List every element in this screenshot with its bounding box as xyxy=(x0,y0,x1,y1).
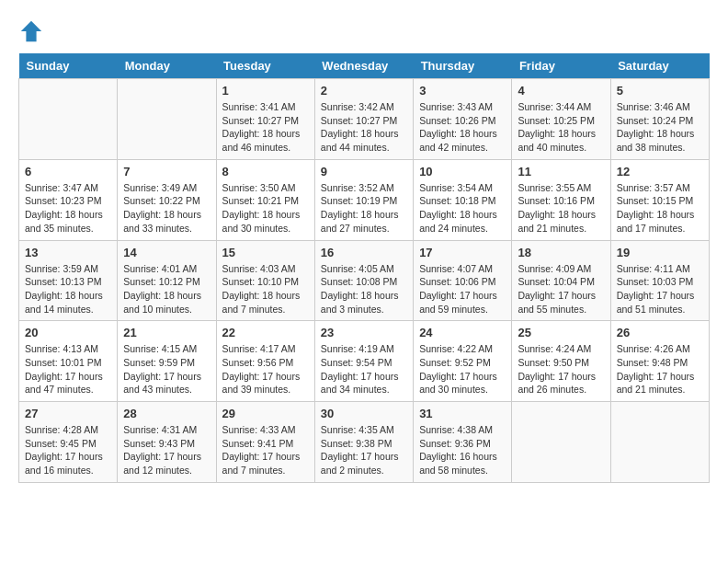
day-info: Sunrise: 3:42 AM Sunset: 10:27 PM Daylig… xyxy=(321,100,407,155)
calendar-cell xyxy=(19,79,118,160)
calendar-cell: 5Sunrise: 3:46 AM Sunset: 10:24 PM Dayli… xyxy=(610,79,709,160)
day-number: 16 xyxy=(321,246,407,259)
day-number: 3 xyxy=(419,84,506,98)
calendar-cell xyxy=(118,79,216,160)
calendar-cell: 30Sunrise: 4:35 AM Sunset: 9:38 PM Dayli… xyxy=(314,402,413,483)
page-header xyxy=(18,18,710,44)
header-day: Friday xyxy=(512,53,610,79)
calendar-row: 13Sunrise: 3:59 AM Sunset: 10:13 PM Dayl… xyxy=(19,240,710,321)
day-number: 4 xyxy=(518,84,604,98)
day-info: Sunrise: 3:50 AM Sunset: 10:21 PM Daylig… xyxy=(222,181,309,236)
day-info: Sunrise: 4:17 AM Sunset: 9:56 PM Dayligh… xyxy=(222,342,309,396)
calendar-cell: 17Sunrise: 4:07 AM Sunset: 10:06 PM Dayl… xyxy=(414,240,512,321)
calendar-cell: 15Sunrise: 4:03 AM Sunset: 10:10 PM Dayl… xyxy=(216,240,314,321)
day-info: Sunrise: 4:31 AM Sunset: 9:43 PM Dayligh… xyxy=(123,423,210,477)
calendar-cell: 24Sunrise: 4:22 AM Sunset: 9:52 PM Dayli… xyxy=(414,321,512,402)
calendar-cell: 1Sunrise: 3:41 AM Sunset: 10:27 PM Dayli… xyxy=(216,79,314,160)
day-number: 8 xyxy=(222,165,309,178)
header-day: Monday xyxy=(118,53,216,79)
day-info: Sunrise: 3:43 AM Sunset: 10:26 PM Daylig… xyxy=(419,100,506,155)
day-number: 28 xyxy=(123,407,210,420)
calendar-cell xyxy=(512,402,610,483)
header-row: SundayMondayTuesdayWednesdayThursdayFrid… xyxy=(19,53,710,79)
calendar-cell: 3Sunrise: 3:43 AM Sunset: 10:26 PM Dayli… xyxy=(414,79,512,160)
day-info: Sunrise: 4:35 AM Sunset: 9:38 PM Dayligh… xyxy=(321,423,407,477)
calendar-cell: 4Sunrise: 3:44 AM Sunset: 10:25 PM Dayli… xyxy=(512,79,610,160)
day-info: Sunrise: 3:59 AM Sunset: 10:13 PM Daylig… xyxy=(25,262,111,316)
day-info: Sunrise: 4:13 AM Sunset: 10:01 PM Daylig… xyxy=(25,342,111,396)
day-info: Sunrise: 4:15 AM Sunset: 9:59 PM Dayligh… xyxy=(123,342,210,396)
calendar-cell: 6Sunrise: 3:47 AM Sunset: 10:23 PM Dayli… xyxy=(19,159,118,240)
header-day: Tuesday xyxy=(216,53,314,79)
day-info: Sunrise: 4:24 AM Sunset: 9:50 PM Dayligh… xyxy=(518,342,604,396)
calendar-cell: 29Sunrise: 4:33 AM Sunset: 9:41 PM Dayli… xyxy=(216,402,314,483)
calendar-cell xyxy=(610,402,709,483)
calendar-header: SundayMondayTuesdayWednesdayThursdayFrid… xyxy=(19,53,710,79)
day-info: Sunrise: 4:11 AM Sunset: 10:03 PM Daylig… xyxy=(617,262,703,316)
calendar-table: SundayMondayTuesdayWednesdayThursdayFrid… xyxy=(18,53,710,483)
day-number: 9 xyxy=(321,165,407,178)
day-number: 6 xyxy=(25,165,111,178)
day-info: Sunrise: 3:46 AM Sunset: 10:24 PM Daylig… xyxy=(617,100,703,155)
header-day: Thursday xyxy=(414,53,512,79)
day-info: Sunrise: 4:22 AM Sunset: 9:52 PM Dayligh… xyxy=(419,342,506,396)
day-number: 27 xyxy=(25,407,111,420)
calendar-row: 1Sunrise: 3:41 AM Sunset: 10:27 PM Dayli… xyxy=(19,79,710,160)
day-number: 10 xyxy=(419,165,506,178)
day-info: Sunrise: 4:19 AM Sunset: 9:54 PM Dayligh… xyxy=(321,342,407,396)
calendar-cell: 8Sunrise: 3:50 AM Sunset: 10:21 PM Dayli… xyxy=(216,159,314,240)
day-info: Sunrise: 3:54 AM Sunset: 10:18 PM Daylig… xyxy=(419,181,506,236)
calendar-cell: 18Sunrise: 4:09 AM Sunset: 10:04 PM Dayl… xyxy=(512,240,610,321)
day-number: 23 xyxy=(321,326,407,339)
calendar-cell: 7Sunrise: 3:49 AM Sunset: 10:22 PM Dayli… xyxy=(118,159,216,240)
calendar-row: 27Sunrise: 4:28 AM Sunset: 9:45 PM Dayli… xyxy=(19,402,710,483)
day-number: 17 xyxy=(419,246,506,259)
calendar-cell: 10Sunrise: 3:54 AM Sunset: 10:18 PM Dayl… xyxy=(414,159,512,240)
day-number: 18 xyxy=(518,246,604,259)
calendar-cell: 25Sunrise: 4:24 AM Sunset: 9:50 PM Dayli… xyxy=(512,321,610,402)
calendar-cell: 14Sunrise: 4:01 AM Sunset: 10:12 PM Dayl… xyxy=(118,240,216,321)
calendar-cell: 11Sunrise: 3:55 AM Sunset: 10:16 PM Dayl… xyxy=(512,159,610,240)
day-info: Sunrise: 4:33 AM Sunset: 9:41 PM Dayligh… xyxy=(222,423,309,477)
day-info: Sunrise: 3:41 AM Sunset: 10:27 PM Daylig… xyxy=(222,100,309,155)
calendar-cell: 20Sunrise: 4:13 AM Sunset: 10:01 PM Dayl… xyxy=(19,321,118,402)
calendar-cell: 16Sunrise: 4:05 AM Sunset: 10:08 PM Dayl… xyxy=(314,240,413,321)
day-info: Sunrise: 4:03 AM Sunset: 10:10 PM Daylig… xyxy=(222,262,309,316)
calendar-cell: 26Sunrise: 4:26 AM Sunset: 9:48 PM Dayli… xyxy=(610,321,709,402)
calendar-cell: 19Sunrise: 4:11 AM Sunset: 10:03 PM Dayl… xyxy=(610,240,709,321)
logo-icon xyxy=(18,18,44,44)
header-day: Wednesday xyxy=(314,53,413,79)
day-number: 2 xyxy=(321,84,407,98)
day-info: Sunrise: 3:47 AM Sunset: 10:23 PM Daylig… xyxy=(25,181,111,236)
day-info: Sunrise: 4:05 AM Sunset: 10:08 PM Daylig… xyxy=(321,262,407,316)
calendar-row: 20Sunrise: 4:13 AM Sunset: 10:01 PM Dayl… xyxy=(19,321,710,402)
day-info: Sunrise: 4:01 AM Sunset: 10:12 PM Daylig… xyxy=(123,262,210,316)
calendar-row: 6Sunrise: 3:47 AM Sunset: 10:23 PM Dayli… xyxy=(19,159,710,240)
day-info: Sunrise: 3:44 AM Sunset: 10:25 PM Daylig… xyxy=(518,100,604,155)
day-number: 24 xyxy=(419,326,506,339)
calendar-cell: 9Sunrise: 3:52 AM Sunset: 10:19 PM Dayli… xyxy=(314,159,413,240)
calendar-cell: 31Sunrise: 4:38 AM Sunset: 9:36 PM Dayli… xyxy=(414,402,512,483)
calendar-cell: 23Sunrise: 4:19 AM Sunset: 9:54 PM Dayli… xyxy=(314,321,413,402)
day-number: 11 xyxy=(518,165,604,178)
day-number: 25 xyxy=(518,326,604,339)
day-info: Sunrise: 3:52 AM Sunset: 10:19 PM Daylig… xyxy=(321,181,407,236)
calendar-body: 1Sunrise: 3:41 AM Sunset: 10:27 PM Dayli… xyxy=(19,79,710,483)
calendar-cell: 27Sunrise: 4:28 AM Sunset: 9:45 PM Dayli… xyxy=(19,402,118,483)
day-info: Sunrise: 3:55 AM Sunset: 10:16 PM Daylig… xyxy=(518,181,604,236)
day-number: 5 xyxy=(617,84,703,98)
day-number: 30 xyxy=(321,407,407,420)
calendar-cell: 12Sunrise: 3:57 AM Sunset: 10:15 PM Dayl… xyxy=(610,159,709,240)
day-number: 14 xyxy=(123,246,210,259)
day-info: Sunrise: 4:07 AM Sunset: 10:06 PM Daylig… xyxy=(419,262,506,316)
day-info: Sunrise: 3:57 AM Sunset: 10:15 PM Daylig… xyxy=(617,181,703,236)
day-info: Sunrise: 4:26 AM Sunset: 9:48 PM Dayligh… xyxy=(617,342,703,396)
day-number: 7 xyxy=(123,165,210,178)
day-info: Sunrise: 3:49 AM Sunset: 10:22 PM Daylig… xyxy=(123,181,210,236)
day-number: 31 xyxy=(419,407,506,420)
svg-marker-0 xyxy=(21,21,41,41)
day-number: 1 xyxy=(222,84,309,98)
day-number: 15 xyxy=(222,246,309,259)
calendar-cell: 22Sunrise: 4:17 AM Sunset: 9:56 PM Dayli… xyxy=(216,321,314,402)
calendar-cell: 28Sunrise: 4:31 AM Sunset: 9:43 PM Dayli… xyxy=(118,402,216,483)
